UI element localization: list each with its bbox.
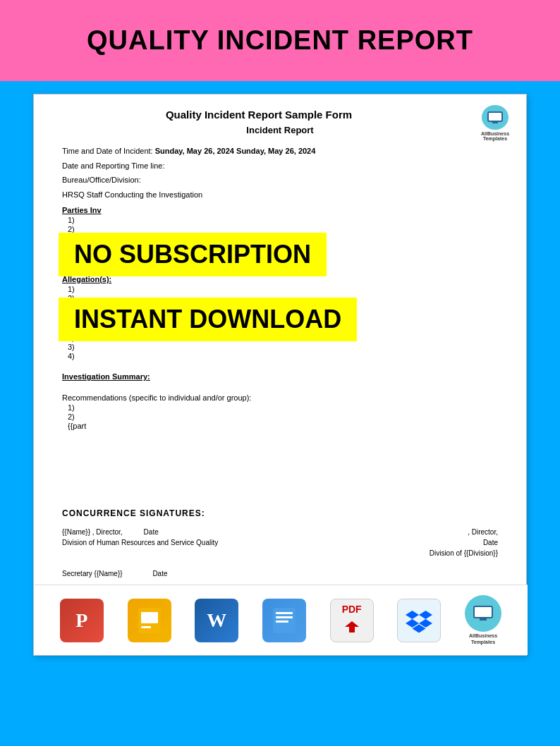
- allbiz-text: AllBusinessTemplates: [469, 633, 497, 645]
- template-var: {{part: [68, 422, 498, 430]
- svg-rect-6: [276, 612, 293, 614]
- sig2-date: Date: [483, 539, 498, 546]
- main-content: AllBusinessTemplates Quality Incident Re…: [0, 81, 560, 664]
- concurrence-title: CONCURRENCE SIGNATURES:: [62, 508, 498, 518]
- parties-label: Parties Inv: [62, 206, 498, 214]
- svg-rect-8: [276, 620, 288, 623]
- time-date-field: Time and Date of Incident: Sunday, May 2…: [62, 145, 498, 157]
- word-icon[interactable]: W: [195, 599, 238, 642]
- overlay-area: Parties Inv 1) 2) NO SUBSCRIPTION Allega…: [62, 206, 498, 430]
- no-subscription-text: NO SUBSCRIPTION: [74, 240, 311, 269]
- allegations-item-1: 1): [68, 285, 498, 293]
- bureau-label: Bureau/Office/Division:: [62, 176, 141, 184]
- recommendations-label: Recommendations (specific to individual …: [62, 393, 498, 402]
- sig2-right: , Director,: [468, 528, 498, 536]
- instant-download-overlay: INSTANT DOWNLOAD: [59, 298, 357, 341]
- hrsq-label: HRSQ Staff Conducting the Investigation: [62, 190, 202, 199]
- svg-rect-3: [141, 612, 158, 623]
- allbusiness-logo: AllBusinessTemplates: [477, 105, 513, 142]
- findings-item-4: 4): [68, 352, 498, 360]
- document-subtitle: Incident Report: [62, 125, 498, 135]
- secretary-date: Date: [152, 570, 167, 577]
- sig1-division: Division of Human Resources and Service …: [62, 539, 218, 546]
- document-title: Quality Incident Report Sample Form: [62, 109, 498, 121]
- sig2-date-area: Date: [483, 539, 498, 546]
- instant-download-text: INSTANT DOWNLOAD: [74, 305, 341, 334]
- svg-rect-0: [488, 112, 502, 121]
- document-container: AllBusinessTemplates Quality Incident Re…: [33, 94, 527, 656]
- sig-row-2: Division of Human Resources and Service …: [62, 539, 498, 546]
- logo-circle: [482, 105, 509, 130]
- allbiz-circle: [465, 595, 501, 632]
- word-letter: W: [207, 609, 226, 632]
- svg-marker-9: [345, 621, 359, 632]
- pdf-icon[interactable]: PDF: [330, 599, 374, 642]
- sig-row-1: {{Name}} , Director,Date , Director,: [62, 528, 498, 536]
- bureau-field: Bureau/Office/Division:: [62, 174, 498, 186]
- powerpoint-icon[interactable]: P: [60, 599, 104, 642]
- pdf-arrow-icon: [345, 617, 359, 637]
- sig1-name: {{Name}} , Director,: [62, 528, 123, 536]
- hrsq-field: HRSQ Staff Conducting the Investigation: [62, 189, 498, 201]
- ppt-letter: P: [75, 609, 87, 632]
- svg-rect-4: [141, 626, 151, 628]
- svg-rect-1: [492, 121, 498, 123]
- sig2-division: Division of {{Division}}: [430, 549, 498, 557]
- svg-rect-15: [474, 606, 492, 618]
- time-date-value-text: Sunday, May 26, 2024: [236, 147, 315, 155]
- logo-text: AllBusinessTemplates: [481, 131, 509, 142]
- findings-item-3: 3): [68, 343, 498, 351]
- allbiz-templates-icon[interactable]: AllBusinessTemplates: [465, 595, 501, 645]
- date-reporting-field: Date and Reporting Time line:: [62, 160, 498, 172]
- dropbox-icon[interactable]: [397, 599, 441, 642]
- google-slides-icon[interactable]: [128, 599, 171, 642]
- time-date-value: Sunday, May 26, 2024: [155, 147, 234, 155]
- top-banner: QUALITY INCIDENT REPORT: [0, 0, 560, 81]
- date-reporting-label: Date and Reporting Time line:: [62, 161, 165, 170]
- sig2-title: , Director,: [468, 528, 498, 536]
- recommendations-item-2: 2): [68, 412, 498, 421]
- parties-item-1: 1): [68, 216, 498, 224]
- svg-marker-10: [406, 611, 419, 619]
- pdf-text: PDF: [342, 604, 362, 615]
- document-inner: AllBusinessTemplates Quality Incident Re…: [34, 94, 526, 585]
- svg-rect-7: [276, 616, 293, 618]
- sig-row-3: Division of {{Division}}: [62, 549, 498, 557]
- google-docs-icon[interactable]: [262, 599, 306, 642]
- page-title: QUALITY INCIDENT REPORT: [87, 25, 473, 56]
- svg-rect-16: [480, 618, 487, 620]
- icons-bar: P W: [34, 585, 528, 655]
- secretary-name: Secretary {{Name}}: [62, 570, 123, 577]
- secretary-row: Secretary {{Name}} Date: [62, 570, 498, 577]
- no-subscription-overlay: NO SUBSCRIPTION: [59, 233, 327, 276]
- investigation-summary-label: Investigation Summary:: [62, 372, 498, 381]
- monitor-icon: [487, 111, 503, 123]
- time-date-label: Time and Date of Incident:: [62, 147, 153, 155]
- sig1-date: Date: [144, 528, 159, 536]
- recommendations-item-1: 1): [68, 403, 498, 412]
- sig1-left: {{Name}} , Director,Date: [62, 528, 159, 536]
- svg-marker-11: [419, 611, 432, 619]
